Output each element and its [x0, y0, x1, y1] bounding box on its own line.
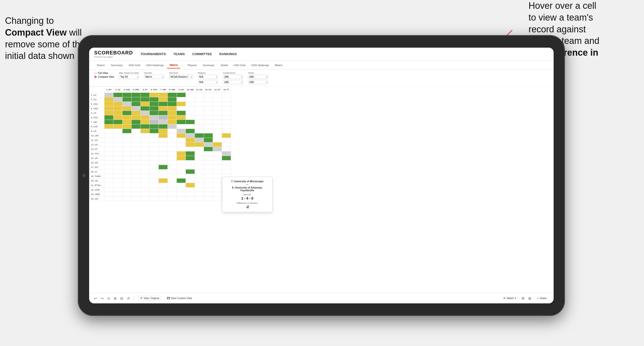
matrix-cell[interactable] — [141, 151, 150, 156]
matrix-cell[interactable] — [177, 97, 186, 102]
matrix-cell[interactable] — [213, 169, 222, 174]
matrix-cell[interactable] — [123, 120, 132, 124]
matrix-cell[interactable] — [213, 129, 222, 133]
matrix-cell[interactable] — [132, 174, 141, 179]
matrix-cell[interactable] — [195, 169, 204, 174]
matrix-cell[interactable] — [222, 97, 231, 102]
matrix-cell[interactable] — [150, 183, 159, 188]
matrix-cell[interactable] — [213, 179, 222, 183]
matrix-cell[interactable] — [132, 106, 141, 111]
matrix-cell[interactable] — [204, 102, 213, 106]
matrix-cell[interactable] — [222, 142, 231, 147]
region-select-wrapper-1[interactable]: N/A — [198, 75, 218, 79]
matrix-cell[interactable] — [177, 142, 186, 147]
gender-select[interactable]: Men's — [144, 75, 164, 79]
matrix-cell[interactable] — [195, 133, 204, 138]
conference-select-1[interactable]: (All) — [223, 75, 243, 79]
matrix-cell[interactable] — [222, 106, 231, 111]
matrix-cell[interactable] — [132, 160, 141, 165]
matrix-cell[interactable] — [123, 106, 132, 111]
matrix-cell[interactable] — [168, 151, 177, 156]
matrix-cell[interactable] — [132, 138, 141, 142]
matrix-cell[interactable] — [132, 197, 141, 201]
matrix-cell[interactable] — [104, 169, 113, 174]
matrix-cell[interactable] — [222, 124, 231, 129]
matrix-cell[interactable] — [168, 111, 177, 115]
matrix-cell[interactable] — [123, 138, 132, 142]
matrix-cell[interactable] — [168, 129, 177, 133]
matrix-cell[interactable] — [195, 174, 204, 179]
matrix-cell[interactable] — [168, 160, 177, 165]
matrix-cell[interactable] — [123, 147, 132, 151]
matrix-cell[interactable] — [113, 151, 123, 156]
matrix-cell[interactable] — [159, 93, 168, 97]
matrix-cell[interactable] — [186, 174, 195, 179]
matrix-cell[interactable] — [104, 179, 113, 183]
matrix-cell[interactable] — [204, 197, 213, 201]
matrix-cell[interactable] — [113, 133, 123, 138]
matrix-cell[interactable] — [113, 174, 123, 179]
matrix-cell[interactable] — [195, 188, 204, 192]
matrix-cell[interactable] — [177, 102, 186, 106]
matrix-cell[interactable] — [195, 138, 204, 142]
matrix-cell[interactable] — [204, 160, 213, 165]
matrix-cell[interactable] — [132, 156, 141, 160]
matrix-cell[interactable] — [132, 183, 141, 188]
matrix-cell[interactable] — [168, 124, 177, 129]
matrix-cell[interactable] — [213, 97, 222, 102]
matrix-cell[interactable] — [168, 93, 177, 97]
conference-select-wrapper-1[interactable]: (All) — [223, 75, 243, 79]
matrix-cell[interactable] — [113, 111, 123, 115]
nav-tournaments[interactable]: TOURNAMENTS — [140, 51, 166, 57]
matrix-cell[interactable] — [195, 111, 204, 115]
save-custom-view-button[interactable]: 💾 Save Custom View — [165, 296, 194, 301]
matrix-cell[interactable] — [159, 169, 168, 174]
matrix-cell[interactable] — [104, 183, 113, 188]
matrix-cell[interactable] — [123, 169, 132, 174]
matrix-cell[interactable] — [213, 102, 222, 106]
matrix-cell[interactable] — [204, 124, 213, 129]
conference-select-wrapper-2[interactable]: (All) — [223, 80, 243, 84]
matrix-cell[interactable] — [159, 192, 168, 197]
matrix-cell[interactable] — [222, 120, 231, 124]
nav-teams[interactable]: TEAMS — [173, 51, 185, 57]
matrix-cell[interactable] — [150, 169, 159, 174]
matrix-cell[interactable] — [213, 188, 222, 192]
reset-icon[interactable]: ⊙ — [107, 296, 110, 300]
matrix-cell[interactable] — [186, 169, 195, 174]
matrix-cell[interactable] — [195, 151, 204, 156]
matrix-cell[interactable] — [141, 102, 150, 106]
gender-select-wrapper[interactable]: Men's — [144, 75, 164, 79]
matrix-cell[interactable] — [177, 120, 186, 124]
matrix-cell[interactable] — [195, 192, 204, 197]
matrix-cell[interactable] — [186, 124, 195, 129]
matrix-cell[interactable] — [222, 169, 231, 174]
matrix-cell[interactable] — [159, 129, 168, 133]
matrix-cell[interactable] — [150, 129, 159, 133]
matrix-cell[interactable] — [177, 160, 186, 165]
matrix-cell[interactable] — [186, 147, 195, 151]
matrix-cell[interactable] — [150, 93, 159, 97]
matrix-cell[interactable] — [159, 106, 168, 111]
redo-icon[interactable]: ↪ — [101, 296, 104, 300]
refresh-icon[interactable]: ↺ — [127, 296, 130, 300]
matrix-cell[interactable] — [123, 160, 132, 165]
matrix-cell[interactable] — [141, 142, 150, 147]
matrix-cell[interactable] — [204, 174, 213, 179]
matrix-cell[interactable] — [213, 133, 222, 138]
matrix-cell[interactable] — [168, 115, 177, 120]
matrix-cell[interactable] — [204, 106, 213, 111]
matrix-cell[interactable] — [204, 147, 213, 151]
matrix-cell[interactable] — [132, 169, 141, 174]
matrix-cell[interactable] — [113, 97, 123, 102]
matrix-cell[interactable] — [204, 120, 213, 124]
matrix-cell[interactable] — [213, 165, 222, 169]
matrix-cell[interactable] — [150, 165, 159, 169]
matrix-cell[interactable] — [177, 124, 186, 129]
region-select-2[interactable]: N/A — [198, 80, 218, 84]
matrix-cell[interactable] — [104, 188, 113, 192]
matrix-cell[interactable] — [113, 102, 123, 106]
matrix-cell[interactable] — [195, 120, 204, 124]
matrix-cell[interactable] — [159, 183, 168, 188]
matrix-cell[interactable] — [104, 138, 113, 142]
